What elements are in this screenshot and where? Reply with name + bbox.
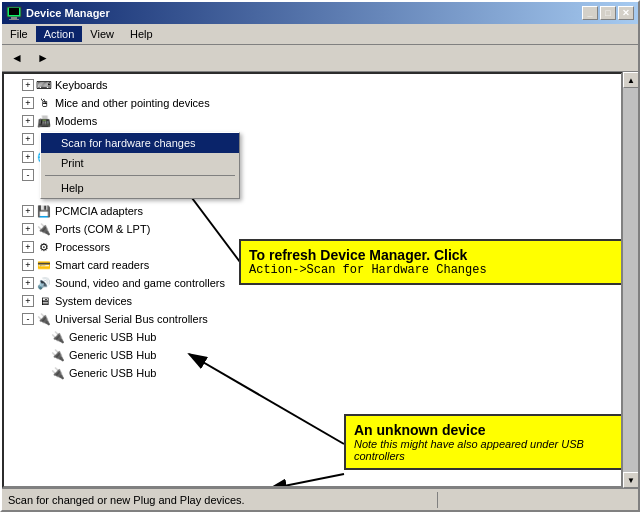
smartcard-label: Smart card readers	[55, 259, 149, 271]
callout-unknown-body: Note this might have also appeared under…	[354, 438, 622, 462]
tree-item-hub1[interactable]: 🔌 Generic USB Hub	[4, 328, 621, 346]
tree-item-hub2[interactable]: 🔌 Generic USB Hub	[4, 346, 621, 364]
expand-monitors[interactable]: +	[22, 133, 34, 145]
tree-item-hub3[interactable]: 🔌 Generic USB Hub	[4, 364, 621, 382]
hub2-icon: 🔌	[50, 347, 66, 363]
mice-label: Mice and other pointing devices	[55, 97, 210, 109]
status-bar: Scan for changed or new Plug and Play de…	[2, 488, 638, 510]
minimize-button[interactable]: _	[582, 6, 598, 20]
svg-rect-2	[11, 17, 17, 19]
processors-icon: ⚙	[36, 239, 52, 255]
usb-label: Universal Serial Bus controllers	[55, 313, 208, 325]
menu-view[interactable]: View	[82, 26, 122, 42]
svg-rect-1	[9, 8, 19, 15]
callout-refresh-title: To refresh Device Manager. Click	[249, 247, 619, 263]
ports-label: Ports (COM & LPT)	[55, 223, 150, 235]
smartcard-icon: 💳	[36, 257, 52, 273]
window-controls: _ □ ✕	[582, 6, 634, 20]
close-button[interactable]: ✕	[618, 6, 634, 20]
menu-action[interactable]: Action	[36, 26, 83, 42]
app-icon	[6, 5, 22, 21]
ports-icon: 🔌	[36, 221, 52, 237]
hub3-label: Generic USB Hub	[69, 367, 156, 379]
menu-help[interactable]: Help	[122, 26, 161, 42]
status-text: Scan for changed or new Plug and Play de…	[2, 492, 438, 508]
menu-scan-hardware[interactable]: Scan for hardware changes	[41, 133, 239, 153]
keyboards-label: Keyboards	[55, 79, 108, 91]
expand-sound[interactable]: +	[22, 277, 34, 289]
callout-refresh: To refresh Device Manager. Click Action-…	[239, 239, 622, 285]
callout-unknown-title: An unknown device	[354, 422, 622, 438]
expand-ports[interactable]: +	[22, 223, 34, 235]
expand-other[interactable]: -	[22, 169, 34, 181]
back-button[interactable]: ◄	[6, 47, 28, 69]
hub2-label: Generic USB Hub	[69, 349, 156, 361]
scroll-down[interactable]: ▼	[623, 472, 638, 488]
svg-rect-3	[9, 19, 19, 20]
expand-pcmcia[interactable]: +	[22, 205, 34, 217]
tree-item-mice[interactable]: + 🖱 Mice and other pointing devices	[4, 94, 621, 112]
device-manager-window: Device Manager _ □ ✕ File Action View He…	[0, 0, 640, 512]
keyboards-icon: ⌨	[36, 77, 52, 93]
expand-mice[interactable]: +	[22, 97, 34, 109]
menu-bar: File Action View Help	[2, 24, 638, 45]
hub1-label: Generic USB Hub	[69, 331, 156, 343]
usb-icon: 🔌	[36, 311, 52, 327]
system-icon: 🖥	[36, 293, 52, 309]
tree-item-usb[interactable]: - 🔌 Universal Serial Bus controllers	[4, 310, 621, 328]
scroll-up[interactable]: ▲	[623, 72, 638, 88]
mice-icon: 🖱	[36, 95, 52, 111]
expand-processors[interactable]: +	[22, 241, 34, 253]
processors-label: Processors	[55, 241, 110, 253]
tree-item-system[interactable]: + 🖥 System devices	[4, 292, 621, 310]
menu-file[interactable]: File	[2, 26, 36, 42]
expand-usb[interactable]: -	[22, 313, 34, 325]
tree-container: Scan for hardware changes Print Help + ⌨…	[2, 72, 638, 488]
window-title: Device Manager	[26, 7, 582, 19]
expand-modems[interactable]: +	[22, 115, 34, 127]
tree-item-ports[interactable]: + 🔌 Ports (COM & LPT)	[4, 220, 621, 238]
tree-item-keyboards[interactable]: + ⌨ Keyboards	[4, 76, 621, 94]
pcmcia-label: PCMCIA adapters	[55, 205, 143, 217]
expand-smartcard[interactable]: +	[22, 259, 34, 271]
title-bar: Device Manager _ □ ✕	[2, 2, 638, 24]
status-pane2	[438, 498, 638, 502]
menu-print[interactable]: Print	[41, 153, 239, 173]
menu-help-action[interactable]: Help	[41, 178, 239, 198]
modems-label: Modems	[55, 115, 97, 127]
tree-panel[interactable]: Scan for hardware changes Print Help + ⌨…	[2, 72, 622, 488]
system-label: System devices	[55, 295, 132, 307]
expand-system[interactable]: +	[22, 295, 34, 307]
action-dropdown-menu: Scan for hardware changes Print Help	[40, 132, 240, 199]
svg-line-9	[269, 474, 344, 486]
callout-refresh-body: Action->Scan for Hardware Changes	[249, 263, 619, 277]
tree-item-pcmcia[interactable]: + 💾 PCMCIA adapters	[4, 202, 621, 220]
sound-label: Sound, video and game controllers	[55, 277, 225, 289]
modems-icon: 📠	[36, 113, 52, 129]
maximize-button[interactable]: □	[600, 6, 616, 20]
callout-unknown: An unknown device Note this might have a…	[344, 414, 622, 470]
forward-icon: ►	[37, 51, 49, 65]
hub1-icon: 🔌	[50, 329, 66, 345]
scroll-track[interactable]	[623, 88, 638, 472]
back-icon: ◄	[11, 51, 23, 65]
hub3-icon: 🔌	[50, 365, 66, 381]
sound-icon: 🔊	[36, 275, 52, 291]
pcmcia-icon: 💾	[36, 203, 52, 219]
toolbar: ◄ ►	[2, 45, 638, 72]
forward-button[interactable]: ►	[32, 47, 54, 69]
vertical-scrollbar[interactable]: ▲ ▼	[622, 72, 638, 488]
tree-item-modems[interactable]: + 📠 Modems	[4, 112, 621, 130]
expand-keyboards[interactable]: +	[22, 79, 34, 91]
main-content: Scan for hardware changes Print Help + ⌨…	[2, 72, 638, 488]
menu-separator	[45, 175, 235, 176]
expand-network[interactable]: +	[22, 151, 34, 163]
